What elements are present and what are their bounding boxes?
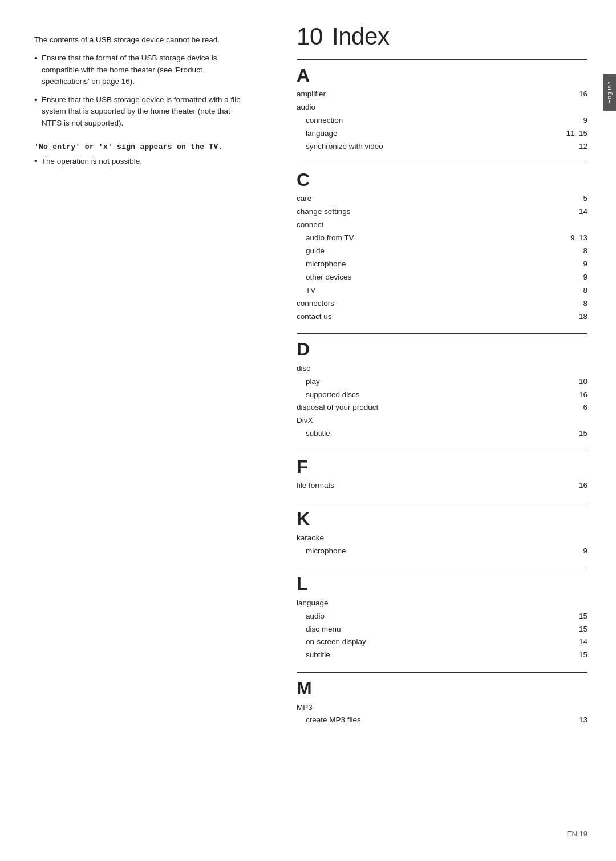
- entry-label: language: [297, 597, 329, 610]
- entry-page: 16: [570, 88, 587, 101]
- entry-label: connection: [297, 114, 343, 127]
- section-separator: [297, 451, 587, 451]
- chapter-title: 10Index: [297, 23, 587, 50]
- index-entry: karaoke: [297, 532, 587, 545]
- entry-page: 16: [570, 479, 587, 492]
- entry-label: audio: [297, 101, 315, 114]
- bullet-item: Ensure that the USB storage device is fo…: [34, 94, 251, 129]
- right-column: English 10Index Aamplifier16audioconnect…: [274, 0, 616, 861]
- entry-label: on-screen display: [297, 636, 366, 649]
- entry-page: 5: [570, 192, 587, 205]
- entry-page: 8: [570, 284, 587, 297]
- entry-page: 11, 15: [566, 127, 587, 140]
- entry-page: 15: [570, 427, 587, 440]
- entry-label: connect: [297, 219, 323, 232]
- index-entry: subtitle15: [297, 649, 587, 662]
- intro-text: The contents of a USB storage device can…: [34, 34, 251, 46]
- index-entry: MP3: [297, 701, 587, 714]
- index-entry: amplifier16: [297, 88, 587, 101]
- entry-page: 15: [570, 649, 587, 662]
- entry-page: 8: [570, 297, 587, 310]
- bullet-item: The operation is not possible.: [34, 156, 251, 167]
- index-entry: audio15: [297, 610, 587, 623]
- index-entry: language11, 15: [297, 127, 587, 140]
- letter-heading-k: K: [297, 509, 587, 529]
- section-separator: [297, 164, 587, 164]
- entry-label: subtitle: [297, 427, 330, 440]
- letter-heading-a: A: [297, 66, 587, 86]
- index-entry: microphone9: [297, 545, 587, 558]
- entry-label: supported discs: [297, 389, 360, 402]
- entry-label: amplifier: [297, 88, 326, 101]
- section-separator: [297, 503, 587, 503]
- entry-page: 12: [570, 140, 587, 153]
- entry-label: guide: [297, 245, 325, 258]
- entry-label: disc: [297, 362, 310, 375]
- letter-heading-m: M: [297, 678, 587, 698]
- index-sections: Aamplifier16audioconnection9language11, …: [297, 66, 587, 727]
- index-entry: DivX: [297, 414, 587, 427]
- section2-heading: 'No entry' or 'x' sign appears on the TV…: [34, 143, 251, 151]
- entry-label: subtitle: [297, 649, 330, 662]
- page-container: The contents of a USB storage device can…: [0, 0, 616, 861]
- index-entry: disc menu15: [297, 623, 587, 636]
- letter-heading-l: L: [297, 574, 587, 594]
- index-entry: supported discs16: [297, 389, 587, 402]
- index-entry: play10: [297, 375, 587, 389]
- entry-label: TV: [297, 284, 315, 297]
- letter-heading-c: C: [297, 170, 587, 190]
- index-entry: subtitle15: [297, 427, 587, 440]
- top-divider: [297, 59, 587, 60]
- entry-page: 6: [570, 401, 587, 414]
- chapter-number: 10: [297, 23, 323, 50]
- index-entry: connect: [297, 219, 587, 232]
- index-entry: microphone9: [297, 258, 587, 271]
- index-entry: synchronize with video12: [297, 140, 587, 153]
- letter-heading-f: F: [297, 457, 587, 477]
- entry-page: 14: [570, 636, 587, 649]
- index-entry: other devices9: [297, 271, 587, 284]
- index-entry: connectors8: [297, 297, 587, 310]
- entry-label: change settings: [297, 205, 351, 219]
- entry-label: connectors: [297, 297, 334, 310]
- entry-page: 9: [570, 271, 587, 284]
- entry-label: contact us: [297, 310, 332, 324]
- section-separator: [297, 568, 587, 568]
- entry-page: 15: [570, 623, 587, 636]
- index-entry: audio from TV9, 13: [297, 232, 587, 245]
- entry-page: 9, 13: [570, 232, 587, 245]
- entry-label: language: [297, 127, 338, 140]
- index-entry: on-screen display14: [297, 636, 587, 649]
- entry-label: disposal of your product: [297, 401, 378, 414]
- section-separator: [297, 333, 587, 334]
- entry-label: audio: [297, 610, 325, 623]
- entry-page: 14: [570, 205, 587, 219]
- index-entry: contact us18: [297, 310, 587, 324]
- entry-page: 8: [570, 245, 587, 258]
- index-entry: disposal of your product6: [297, 401, 587, 414]
- index-entry: file formats16: [297, 479, 587, 492]
- entry-page: 18: [570, 310, 587, 324]
- left-column: The contents of a USB storage device can…: [0, 0, 274, 861]
- index-entry: create MP3 files13: [297, 714, 587, 727]
- entry-label: file formats: [297, 479, 334, 492]
- entry-page: 13: [570, 714, 587, 727]
- index-entry: change settings14: [297, 205, 587, 219]
- chapter-title-text: Index: [332, 23, 390, 50]
- footer: EN 19: [567, 830, 587, 838]
- index-entry: guide8: [297, 245, 587, 258]
- entry-page: 10: [570, 375, 587, 389]
- index-entry: audio: [297, 101, 587, 114]
- index-entry: TV8: [297, 284, 587, 297]
- bullet-item: Ensure that the format of the USB storag…: [34, 52, 251, 87]
- letter-heading-d: D: [297, 339, 587, 359]
- entry-label: karaoke: [297, 532, 324, 545]
- sidebar-tab: English: [603, 74, 616, 111]
- entry-label: MP3: [297, 701, 313, 714]
- entry-label: DivX: [297, 414, 313, 427]
- index-entry: connection9: [297, 114, 587, 127]
- entry-label: microphone: [297, 258, 346, 271]
- section-separator: [297, 672, 587, 673]
- index-entry: disc: [297, 362, 587, 375]
- entry-label: play: [297, 375, 320, 389]
